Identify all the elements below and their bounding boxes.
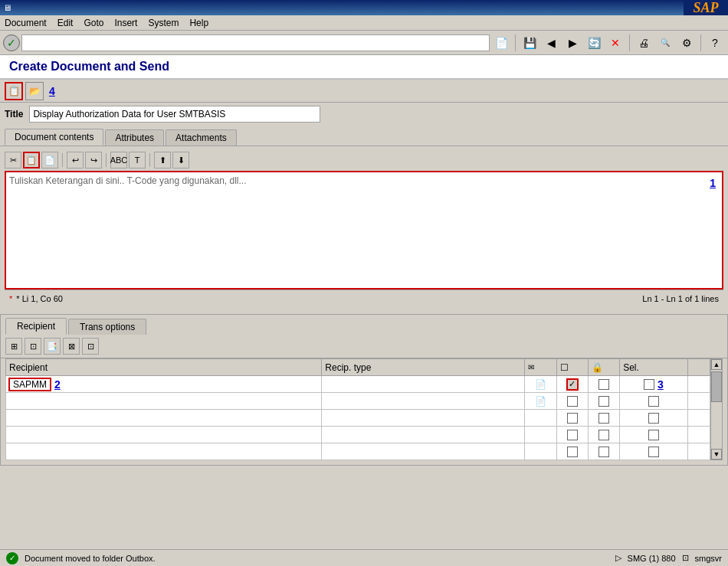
nav-fwd[interactable]: ▶ xyxy=(562,33,582,53)
ed-paste[interactable]: 📄 xyxy=(41,152,58,168)
sel-cell-1[interactable]: 3 xyxy=(620,376,687,393)
lock-cell-1[interactable] xyxy=(588,376,619,393)
check-cb-2[interactable] xyxy=(567,396,578,407)
lock-cb-5[interactable] xyxy=(598,447,609,457)
ed-spell[interactable]: ABC xyxy=(110,152,127,168)
tab-recipient[interactable]: Recipient xyxy=(5,318,67,335)
th-check-icon: ☐ xyxy=(556,359,588,376)
recip-btn4[interactable]: ⊠ xyxy=(63,338,80,355)
stop[interactable]: ✕ xyxy=(605,33,625,53)
menu-system[interactable]: System xyxy=(148,18,179,28)
ed-font[interactable]: T xyxy=(129,152,146,168)
recipient-cell-5[interactable] xyxy=(6,443,322,460)
secondary-toolbar: 📋 📂 4 xyxy=(0,80,728,103)
empty-cell-5 xyxy=(687,443,710,460)
tab-trans-options[interactable]: Trans options xyxy=(68,319,146,335)
th-recip-type: Recip. type xyxy=(322,359,525,376)
title-input[interactable] xyxy=(29,106,320,123)
recipient-cell-1[interactable]: SAPMM 2 xyxy=(6,376,322,393)
settings[interactable]: ⚙ xyxy=(677,33,697,53)
check-cb-3[interactable] xyxy=(567,413,578,424)
menu-insert[interactable]: Insert xyxy=(114,18,137,28)
menu-goto[interactable]: Goto xyxy=(84,18,103,28)
ed-undo[interactable]: ↩ xyxy=(67,152,84,168)
scroll-up[interactable]: ▲ xyxy=(711,359,722,370)
check-cb-4[interactable] xyxy=(567,430,578,440)
doc-icon[interactable]: 📄 xyxy=(491,33,511,53)
recip-type-cell-1[interactable] xyxy=(322,376,525,393)
recip-type-cell-2[interactable] xyxy=(322,393,525,410)
lock-cb-3[interactable] xyxy=(598,413,609,424)
content-area: ✂ 📋 📄 ↩ ↪ ABC T ⬆ ⬇ Tuliskan Keterangan … xyxy=(0,146,728,309)
sel-cell-4[interactable] xyxy=(620,427,687,443)
print[interactable]: 🖨 xyxy=(634,33,654,53)
title-bar: 🖥 _ □ ✕ SAP xyxy=(0,0,728,15)
open-doc-button[interactable]: 📂 xyxy=(25,82,44,100)
recipient-cell-3[interactable] xyxy=(6,410,322,427)
page-header: Create Document and Send xyxy=(0,55,728,80)
tab-attachments[interactable]: Attachments xyxy=(166,129,237,146)
find[interactable]: 🔍 xyxy=(655,33,675,53)
sel-cell-5[interactable] xyxy=(620,443,687,460)
sel-cell-2[interactable] xyxy=(620,393,687,410)
menu-edit[interactable]: Edit xyxy=(57,18,74,28)
editor-area[interactable]: Tuliskan Keterangan di sini.. T-Code yan… xyxy=(5,171,723,290)
back-button[interactable]: ✓ xyxy=(3,34,20,51)
recip-btn2[interactable]: ⊡ xyxy=(25,338,41,355)
status-marker: * * Li 1, Co 60 xyxy=(9,294,63,303)
status-message: Document moved to folder Outbox. xyxy=(25,554,156,563)
ed-cut[interactable]: ✂ xyxy=(5,152,21,168)
recip-type-cell-4[interactable] xyxy=(322,427,525,443)
lock-cell-4[interactable] xyxy=(588,427,619,443)
nav-back[interactable]: ◀ xyxy=(541,33,561,53)
status-bar: ✓ Document moved to folder Outbox. ▷ SMG… xyxy=(0,549,728,566)
recip-type-cell-3[interactable] xyxy=(322,410,525,427)
lock-cb-4[interactable] xyxy=(598,430,609,440)
sel-cb-1[interactable] xyxy=(644,379,654,390)
check-cell-2[interactable] xyxy=(556,393,588,410)
lock-cell-2[interactable] xyxy=(588,393,619,410)
scroll-thumb[interactable] xyxy=(711,371,722,402)
menu-document[interactable]: Document xyxy=(5,18,47,28)
sel-cb-4[interactable] xyxy=(648,430,659,440)
ed-copy[interactable]: 📋 xyxy=(23,152,40,168)
scroll-down[interactable]: ▼ xyxy=(711,449,722,460)
menu-help[interactable]: Help xyxy=(189,18,208,28)
new-doc-button[interactable]: 📋 xyxy=(5,82,23,100)
sel-cb-5[interactable] xyxy=(648,447,659,457)
tabs-container: Document contents Attributes Attachments xyxy=(0,126,728,146)
ed-export[interactable]: ⬇ xyxy=(172,152,189,168)
check-cell-4[interactable] xyxy=(556,427,588,443)
lock-cell-3[interactable] xyxy=(588,410,619,427)
page-title: Create Document and Send xyxy=(9,60,169,73)
lock-cb-1[interactable] xyxy=(598,379,609,390)
tab-document-contents[interactable]: Document contents xyxy=(5,129,103,146)
refresh[interactable]: 🔄 xyxy=(584,33,604,53)
bottom-tabs: Recipient Trans options xyxy=(1,315,727,335)
editor-status: * * Li 1, Co 60 Ln 1 - Ln 1 of 1 lines xyxy=(5,290,723,306)
ed-redo[interactable]: ↪ xyxy=(85,152,102,168)
sel-cb-2[interactable] xyxy=(648,396,659,407)
checkbox-checked-1[interactable]: ✓ xyxy=(566,378,579,391)
recip-btn1[interactable]: ⊞ xyxy=(5,338,22,355)
lock-cell-5[interactable] xyxy=(588,443,619,460)
command-input[interactable] xyxy=(21,34,490,51)
recipient-cell-2[interactable] xyxy=(6,393,322,410)
recip-btn5[interactable]: ⊡ xyxy=(82,338,99,355)
page-icon-cell-2: 📄 xyxy=(525,393,556,410)
check-cb-5[interactable] xyxy=(567,447,578,457)
check-cell-3[interactable] xyxy=(556,410,588,427)
tab-attributes[interactable]: Attributes xyxy=(105,129,164,146)
recip-btn3[interactable]: 📑 xyxy=(44,338,61,355)
help[interactable]: ? xyxy=(705,33,725,53)
recipient-cell-4[interactable] xyxy=(6,427,322,443)
check-cell-1[interactable]: ✓ xyxy=(556,376,588,393)
sel-cb-3[interactable] xyxy=(648,413,659,424)
save-btn[interactable]: 💾 xyxy=(520,33,539,53)
sel-cell-3[interactable] xyxy=(620,410,687,427)
ed-import[interactable]: ⬆ xyxy=(154,152,171,168)
check-cell-5[interactable] xyxy=(556,443,588,460)
sap-logo: SAP xyxy=(684,0,728,15)
recip-type-cell-5[interactable] xyxy=(322,443,525,460)
lock-cb-2[interactable] xyxy=(598,396,609,407)
